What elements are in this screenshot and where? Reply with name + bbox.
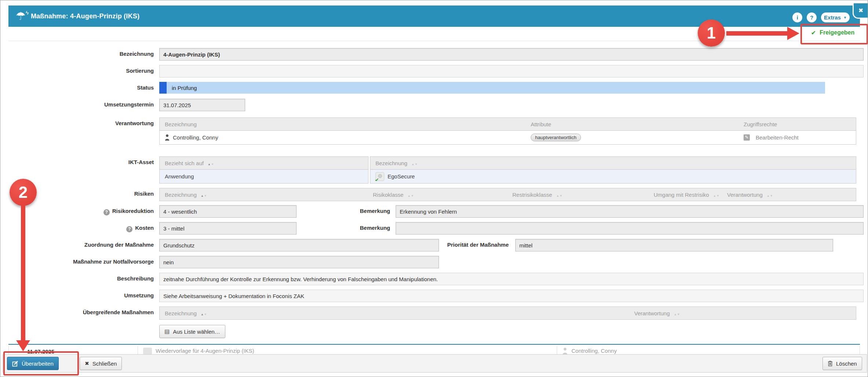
chevron-down-icon: ▼ [843,16,847,19]
asset-type: Anwendung [165,173,194,180]
asset-name: EgoSecure [388,173,415,180]
column-header: Bezeichnung [160,121,526,127]
sort-desc-icon: ▼ [770,194,773,197]
status-color-block [159,82,167,94]
divider [8,41,860,41]
beschreibung-field[interactable]: zeitnahe Durchführung der Kontrolle zur … [159,273,864,285]
column-header: Zugriffsrechte [738,121,856,127]
notfallvorsorge-field[interactable]: nein [159,256,439,268]
sortierung-label: Sortierung [0,65,154,77]
umsetzung-field[interactable]: Siehe Arbeitsanweisung + Dokumentation i… [159,290,864,302]
column-header-sortable[interactable]: Verantwortung ▲▼ [722,192,856,198]
status-value: in Prüfung [167,85,197,91]
risikoreduktion-bemerkung-field[interactable]: Erkennung von Fehlern [396,205,864,218]
sort-asc-icon: ▲ [674,313,677,316]
application-icon: ✔ [375,172,384,181]
wiedervorlage-text: Wiedervorlage für 4-Augen-Prinzip (IKS) [156,348,254,354]
sort-desc-icon: ▼ [411,194,414,197]
bezeichnung-field[interactable]: 4-Augen-Prinzip (IKS) [159,48,864,61]
column-header: Attribute [526,121,738,127]
schliessen-button[interactable]: ✖ Schließen [80,357,122,370]
sort-desc-icon: ▼ [204,194,207,197]
ikt-asset-table-right: Bezeichnung ▲▼ ✔ EgoSecure [370,156,856,184]
umsetzungstermin-field[interactable]: 31.07.2025 [159,99,245,111]
section-divider [8,344,860,345]
status-field[interactable]: in Prüfung [159,82,825,94]
sort-desc-icon: ▼ [559,194,563,197]
attribute-badge: hauptverantwortlich [531,134,581,141]
kosten-field[interactable]: 3 - mittel [159,222,297,235]
table-row[interactable]: Controlling, Conny hauptverantwortlich ✎… [160,131,856,144]
status-label: Status [0,82,154,94]
zuordnung-field[interactable]: Grundschutz [159,239,439,251]
list-icon: ▤ [164,328,170,335]
callout-1-arrow [726,31,787,36]
column-header-sortable[interactable]: Umgang mit Restrisiko ▲▼ [649,192,722,198]
check-icon: ✔ [375,177,379,181]
column-header-sortable[interactable]: Bezeichnung ▲▼ [160,310,629,316]
sort-asc-icon: ▲ [201,194,204,197]
bemerkung-label-2: Bemerkung [338,222,390,234]
trash-icon [828,360,833,366]
table-row[interactable]: Anwendung [160,170,368,183]
sort-asc-icon: ▲ [411,163,415,166]
kosten-bemerkung-field[interactable] [396,222,864,235]
bezeichnung-label: Bezeichnung [0,48,154,60]
sort-desc-icon: ▼ [204,313,207,316]
table-row[interactable]: ✔ EgoSecure [370,170,856,183]
column-header-sortable[interactable]: Risikoklasse ▲▼ [368,192,507,198]
risikoreduktion-field[interactable]: 4 - wesentlich [159,205,297,218]
umsetzungstermin-label: Umsetzungstermin [0,99,154,110]
callout-2-arrow [21,204,25,341]
person-icon [165,134,170,141]
lightning-icon: ϟ [26,7,29,18]
footer-bar [3,354,867,373]
sort-desc-icon: ▼ [211,163,214,166]
column-header-sortable[interactable]: Verantwortung ▲▼ [629,310,856,316]
risiken-table: Bezeichnung ▲▼ Risikoklasse ▲▼ Restrisik… [159,188,856,201]
close-icon: ✖ [85,360,89,366]
bemerkung-label-1: Bemerkung [338,205,390,217]
window-title: Maßnahme: 4-Augen-Prinzip (IKS) [31,12,139,20]
callout-1-arrowhead [787,27,799,40]
window-titlebar: ☂ϟ Maßnahme: 4-Augen-Prinzip (IKS) [8,6,860,27]
help-button[interactable]: ? [807,12,817,22]
close-button[interactable]: ✖ [853,3,868,19]
column-header-sortable[interactable]: Bezeichnung ▲▼ [370,160,856,166]
modal-window: ☂ϟ Maßnahme: 4-Augen-Prinzip (IKS) i ? E… [0,0,868,377]
highlight-box-ueberarbeiten [3,351,79,376]
callout-1-circle: 1 [698,19,725,47]
callout-2-circle: 2 [10,179,37,206]
help-bubble-icon[interactable]: ? [103,209,110,215]
help-bubble-icon[interactable]: ? [126,226,132,232]
access-right-label: Bearbeiten-Recht [756,134,799,141]
sort-desc-icon: ▼ [415,163,418,166]
info-button[interactable]: i [792,12,802,22]
column-header-sortable[interactable]: Bezeichnung ▲▼ [160,192,368,198]
extras-button[interactable]: Extras ▼ [821,12,850,22]
responsible-name: Controlling, Conny [173,134,218,141]
extras-label: Extras [824,14,841,21]
sortierung-field[interactable] [159,65,864,77]
verantwortung-label: Verantwortung [0,117,154,129]
highlight-box-approved [800,24,868,44]
uebergreifend-table: Bezeichnung ▲▼ Verantwortung ▲▼ [159,307,856,320]
column-header-sortable[interactable]: Restrisikoklasse ▲▼ [507,192,649,198]
wiedervorlage-person: Controlling, Conny [571,348,617,354]
sort-asc-icon: ▲ [201,313,204,316]
verantwortung-table: Bezeichnung Attribute Zugriffsrechte Con… [159,117,856,145]
ikt-asset-label: IKT-Asset [0,156,154,168]
sort-desc-icon: ▼ [677,313,680,316]
prioritaet-field[interactable]: mittel [515,239,833,251]
sort-asc-icon: ▲ [208,163,211,166]
ikt-asset-table-left: Bezieht sich auf ▲▼ Anwendung [159,156,368,184]
sort-desc-icon: ▼ [716,194,720,197]
column-header-sortable[interactable]: Bezieht sich auf ▲▼ [160,160,368,166]
umbrella-icon: ☂ϟ [16,11,26,22]
verantwortung-table-header: Bezeichnung Attribute Zugriffsrechte [160,118,856,131]
sort-asc-icon: ▲ [767,194,770,197]
edit-right-icon: ✎ [744,134,750,141]
loeschen-button[interactable]: Löschen [822,357,862,370]
choose-from-list-button[interactable]: ▤ Aus Liste wählen… [159,325,225,338]
reminder-icon [143,348,152,355]
